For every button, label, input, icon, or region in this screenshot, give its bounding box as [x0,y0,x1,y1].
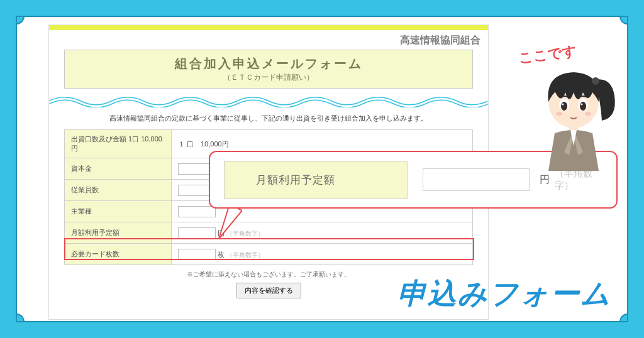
character-illustration [526,61,621,174]
main-title: 組合加入申込メールフォーム [71,55,466,72]
notch-tr [619,16,628,25]
svg-point-5 [561,102,567,111]
hint-text: （半角数字） [226,251,264,258]
org-title: 高速情報協同組合 [49,30,488,48]
notch-bl [16,313,25,322]
row-label: 必要カード枚数 [65,244,172,265]
notch-br [619,313,628,322]
intro-text: 高速情報協同組合の定款に基づく事業に従事し、下記の通り出資を引き受け組合加入を申… [49,110,488,129]
callout-monthly-amount-input[interactable] [423,168,530,191]
confirm-button[interactable]: 内容を確認する [236,283,301,298]
row-value: 枚 （半角数字） [172,244,473,265]
row-label: 資本金 [65,158,172,180]
svg-point-7 [562,104,564,106]
svg-marker-0 [219,204,242,239]
row-label: 従業員数 [65,180,172,201]
table-row-highlighted: 月額利用予定額 円 （半角数字） [65,222,473,244]
unit-label: 枚 [218,251,225,258]
row-label: 月額利用予定額 [65,222,172,244]
svg-point-12 [592,77,599,85]
sub-title: （ＥＴＣカード申請願い） [71,72,466,83]
industry-input[interactable] [178,206,216,217]
callout-unit-label: 円 [540,173,550,187]
card-count-input[interactable] [178,249,216,260]
row-label: 出資口数及び金額 1口 10,000円 [65,130,172,158]
svg-point-6 [580,102,586,111]
svg-point-10 [585,112,591,116]
monthly-amount-input[interactable] [178,227,216,239]
row-label: 主業種 [65,201,172,222]
table-row: 必要カード枚数 枚 （半角数字） [65,244,473,265]
title-box: 組合加入申込メールフォーム （ＥＴＣカード申請願い） [64,50,473,89]
callout-label: 月額利用予定額 [224,161,408,199]
cta-text: 申込みフォーム [397,275,611,313]
svg-point-8 [581,104,583,106]
main-frame: 高速情報協同組合 組合加入申込メールフォーム （ＥＴＣカード申請願い） 高速情報… [16,16,628,322]
wave-divider-icon [49,95,488,107]
svg-point-9 [556,112,562,116]
top-accent-bar [49,25,488,30]
notch-tl [16,16,25,25]
